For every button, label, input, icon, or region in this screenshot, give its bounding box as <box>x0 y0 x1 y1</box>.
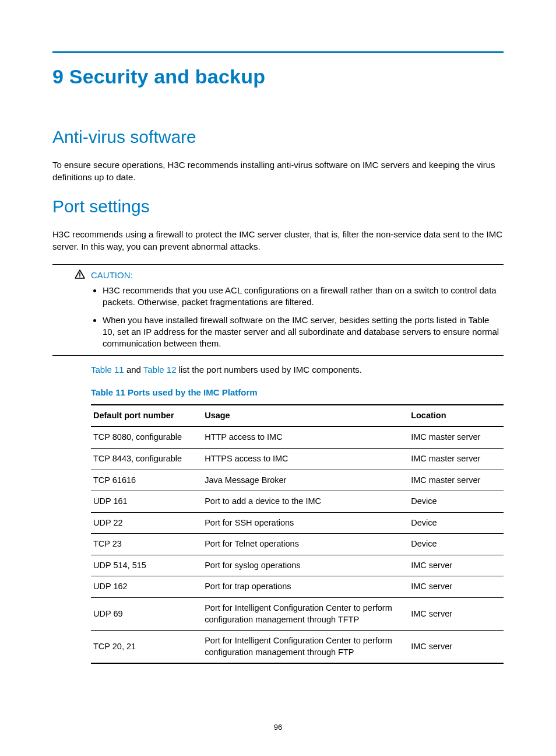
cell-location: IMC master server <box>409 470 504 491</box>
cell-usage: Port for syslog operations <box>202 555 409 576</box>
cell-usage: Port for Intelligent Configuration Cente… <box>202 631 409 664</box>
intro-tail: list the port numbers used by IMC compon… <box>177 365 362 374</box>
table-row: TCP 8443, configurableHTTPS access to IM… <box>91 449 504 470</box>
cell-location: IMC master server <box>409 449 504 470</box>
cell-port: UDP 69 <box>91 597 202 630</box>
table-row: UDP 69Port for Intelligent Configuration… <box>91 597 504 630</box>
cell-usage: Port for Telnet operations <box>202 534 409 555</box>
port-settings-paragraph: H3C recommends using a firewall to prote… <box>52 229 504 253</box>
caution-icon <box>75 270 85 282</box>
cell-location: IMC server <box>409 631 504 664</box>
cell-location: Device <box>409 491 504 513</box>
svg-point-1 <box>79 276 80 278</box>
cell-location: IMC server <box>409 597 504 630</box>
cell-port: UDP 161 <box>91 491 202 513</box>
table-row: TCP 8080, configurableHTTP access to IMC… <box>91 426 504 448</box>
table-row: TCP 20, 21Port for Intelligent Configura… <box>91 631 504 664</box>
caution-list: H3C recommends that you use ACL configur… <box>91 285 504 349</box>
th-location: Location <box>409 405 504 427</box>
th-usage: Usage <box>202 405 409 427</box>
link-table-11[interactable]: Table 11 <box>91 365 124 374</box>
table-caption: Table 11 Ports used by the IMC Platform <box>91 387 504 398</box>
cell-usage: Port for SSH operations <box>202 512 409 534</box>
table-row: UDP 161Port to add a device to the IMCDe… <box>91 491 504 513</box>
cell-port: TCP 23 <box>91 534 202 555</box>
cell-usage: HTTP access to IMC <box>202 426 409 448</box>
cell-usage: HTTPS access to IMC <box>202 449 409 470</box>
cell-location: Device <box>409 512 504 534</box>
table-intro-line: Table 11 and Table 12 list the port numb… <box>91 364 504 376</box>
table-row: UDP 514, 515Port for syslog operationsIM… <box>91 555 504 576</box>
cell-port: TCP 8443, configurable <box>91 449 202 470</box>
caution-label: CAUTION: <box>91 270 133 281</box>
section-heading-port-settings: Port settings <box>52 195 504 219</box>
cell-port: UDP 514, 515 <box>91 555 202 576</box>
cell-port: TCP 20, 21 <box>91 631 202 664</box>
caution-header: CAUTION: <box>75 270 504 281</box>
caution-item: H3C recommends that you use ACL configur… <box>103 285 504 309</box>
table-row: UDP 22Port for SSH operationsDevice <box>91 512 504 534</box>
chapter-title: 9 Security and backup <box>52 64 504 90</box>
ports-table: Default port number Usage Location TCP 8… <box>91 404 504 664</box>
cell-usage: Port for Intelligent Configuration Cente… <box>202 597 409 630</box>
intro-mid: and <box>124 365 143 374</box>
page-number: 96 <box>0 722 556 733</box>
cell-location: IMC server <box>409 555 504 576</box>
link-table-12[interactable]: Table 12 <box>143 365 177 374</box>
cell-location: IMC server <box>409 576 504 598</box>
cell-usage: Port to add a device to the IMC <box>202 491 409 513</box>
page: 9 Security and backup Anti-virus softwar… <box>0 0 556 756</box>
caution-item: When you have installed firewall softwar… <box>103 314 504 350</box>
caution-block: CAUTION: H3C recommends that you use ACL… <box>52 264 504 356</box>
th-port: Default port number <box>91 405 202 427</box>
cell-usage: Port for trap operations <box>202 576 409 598</box>
cell-location: IMC master server <box>409 426 504 448</box>
table-row: TCP 23Port for Telnet operationsDevice <box>91 534 504 555</box>
cell-port: TCP 8080, configurable <box>91 426 202 448</box>
cell-usage: Java Message Broker <box>202 470 409 491</box>
antivirus-paragraph: To ensure secure operations, H3C recomme… <box>52 159 504 183</box>
section-heading-antivirus: Anti-virus software <box>52 125 504 149</box>
cell-port: UDP 22 <box>91 512 202 534</box>
top-rule <box>52 51 504 53</box>
cell-location: Device <box>409 534 504 555</box>
table-row: TCP 61616Java Message BrokerIMC master s… <box>91 470 504 491</box>
table-header-row: Default port number Usage Location <box>91 405 504 427</box>
cell-port: TCP 61616 <box>91 470 202 491</box>
table-row: UDP 162Port for trap operationsIMC serve… <box>91 576 504 598</box>
ports-tbody: TCP 8080, configurableHTTP access to IMC… <box>91 426 504 663</box>
cell-port: UDP 162 <box>91 576 202 598</box>
